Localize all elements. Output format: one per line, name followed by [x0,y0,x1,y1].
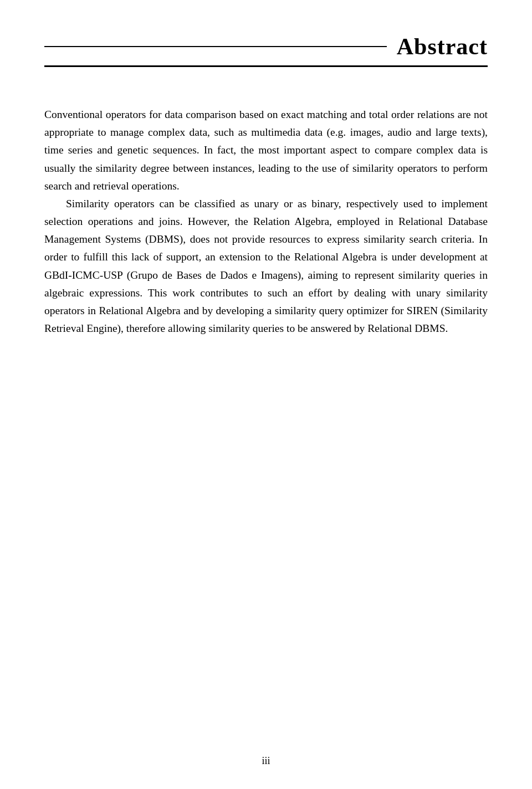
page: Abstract Conventional operators for data… [0,0,532,789]
title-rule-full [44,65,488,67]
page-title: Abstract [397,33,488,60]
header-section: Abstract [44,33,488,106]
page-number: iii [262,755,270,766]
page-footer: iii [0,755,532,767]
title-rule-left [44,46,387,47]
abstract-paragraph-2: Similarity operators can be classified a… [44,195,488,337]
abstract-body: Conventional operators for data comparis… [44,106,488,337]
abstract-paragraph-1: Conventional operators for data comparis… [44,106,488,195]
title-line: Abstract [44,33,488,60]
